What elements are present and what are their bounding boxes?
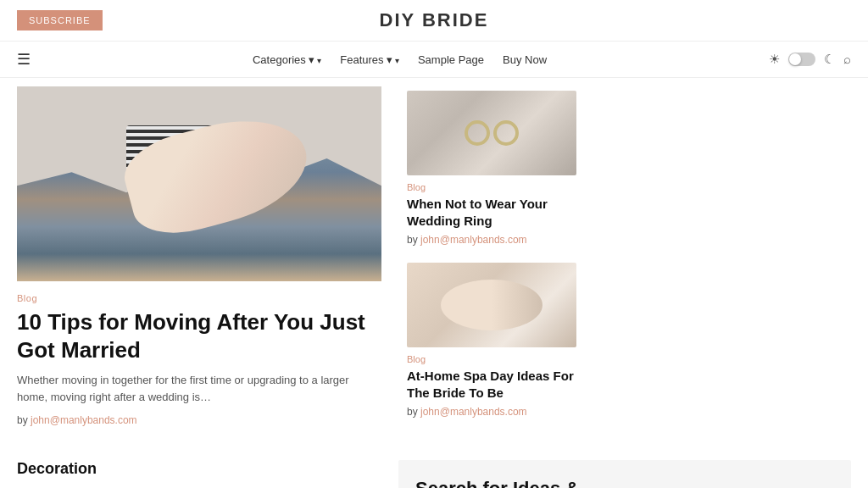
- sidebar-2-author: by john@manlybands.com: [407, 406, 576, 418]
- author-link[interactable]: john@manlybands.com: [31, 414, 137, 426]
- ring-visual-1: [465, 120, 490, 146]
- sidebar-1-category: Blog: [407, 182, 576, 192]
- subscribe-button[interactable]: SUBSCRIBE: [17, 10, 103, 30]
- nav-bar: ☰ Categories ▾ Features ▾ Sample Page Bu…: [0, 42, 868, 78]
- sidebar-1-author-link[interactable]: john@manlybands.com: [420, 234, 527, 246]
- nav-categories[interactable]: Categories ▾: [253, 53, 321, 66]
- lower-left: Decoration: [17, 460, 381, 488]
- sidebar-2-author-link[interactable]: john@manlybands.com: [420, 406, 527, 418]
- sidebar-2-title[interactable]: At-Home Spa Day Ideas For The Bride To B…: [407, 368, 576, 401]
- search-icon[interactable]: ⌕: [843, 53, 851, 67]
- sidebar-2-category: Blog: [407, 354, 576, 364]
- top-bar: SUBSCRIBE DIY BRIDE: [0, 0, 868, 42]
- featured-image-visual: [17, 86, 381, 281]
- featured-title[interactable]: 10 Tips for Moving After You Just Got Ma…: [17, 308, 381, 363]
- sidebar-1-author-prefix: by: [407, 234, 418, 246]
- sidebar-2-author-prefix: by: [407, 406, 418, 418]
- sidebar-image-2: [407, 263, 576, 347]
- search-heading: Search for Ideas &: [415, 477, 834, 488]
- main-content: Blog 10 Tips for Moving After You Just G…: [0, 86, 868, 435]
- hamburger-icon: ☰: [17, 50, 31, 69]
- author-prefix: by: [17, 414, 28, 426]
- featured-category: Blog: [17, 293, 381, 303]
- sun-icon[interactable]: ☀: [769, 52, 780, 67]
- sidebar-image-1: [407, 91, 576, 175]
- sidebar: Blog When Not to Wear Your Wedding Ring …: [407, 91, 576, 435]
- lower-right: Search for Ideas & Ideas &: [398, 460, 851, 488]
- moon-icon[interactable]: ☾: [824, 52, 835, 67]
- lower-section: Decoration Search for Ideas & Ideas &: [0, 443, 868, 488]
- featured-author: by john@manlybands.com: [17, 414, 381, 426]
- featured-excerpt: Whether moving in together for the first…: [17, 372, 381, 406]
- decoration-heading: Decoration: [17, 460, 381, 478]
- hamburger-menu[interactable]: ☰: [17, 50, 31, 69]
- nav-buy-now[interactable]: Buy Now: [503, 53, 547, 66]
- sidebar-1-author: by john@manlybands.com: [407, 234, 576, 246]
- sidebar-1-title[interactable]: When Not to Wear Your Wedding Ring: [407, 196, 576, 229]
- sidebar-card-2: Blog At-Home Spa Day Ideas For The Bride…: [407, 263, 576, 418]
- toggle-knob: [789, 53, 801, 65]
- search-box: Search for Ideas & Ideas &: [398, 460, 851, 488]
- nav-right-controls: ☀ ☾ ⌕: [769, 52, 851, 67]
- spa-visual: [441, 280, 542, 330]
- sidebar-card-1: Blog When Not to Wear Your Wedding Ring …: [407, 91, 576, 246]
- nav-links: Categories ▾ Features ▾ Sample Page Buy …: [253, 53, 547, 66]
- featured-image: [17, 86, 381, 281]
- featured-article: Blog 10 Tips for Moving After You Just G…: [17, 86, 381, 435]
- theme-toggle[interactable]: [788, 53, 815, 66]
- ring-visual-2: [493, 120, 519, 146]
- site-title: DIY BRIDE: [380, 9, 489, 31]
- nav-sample-page[interactable]: Sample Page: [418, 53, 484, 66]
- nav-features[interactable]: Features ▾: [340, 53, 399, 66]
